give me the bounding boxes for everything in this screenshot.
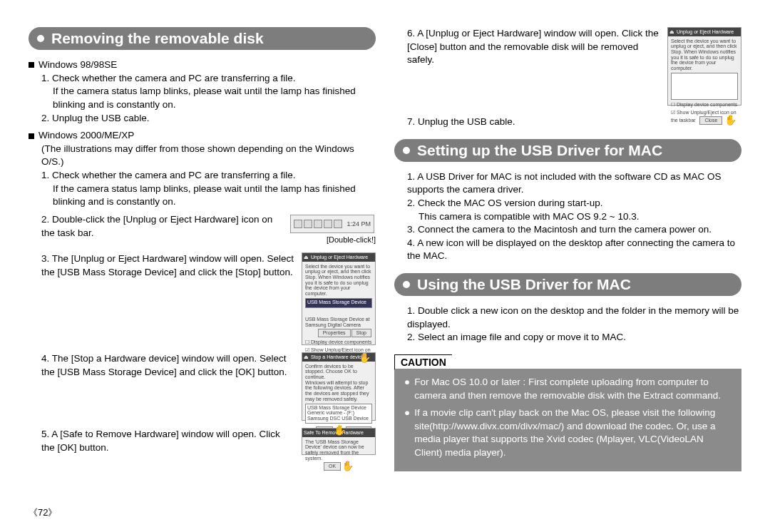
dlg3-desc: Select the device you want to unplug or … [305, 264, 372, 297]
win2000-label: Windows 2000/ME/XP [38, 130, 134, 140]
taskbar-time: 1:24 PM [346, 220, 371, 228]
bullet-icon [403, 281, 410, 288]
using-mac-s2: 2. Select an image file and copy or move… [394, 331, 741, 344]
setup-mac-body: 1. A USB Driver for MAC is not included … [394, 170, 741, 263]
setup-mac-s2: 2. Check the MAC OS version during start… [394, 197, 741, 210]
win98-label: Windows 98/98SE [38, 59, 117, 70]
using-mac-s1: 1. Double click a new icon on the deskto… [394, 305, 741, 331]
dlg6-close-button: Close [699, 116, 722, 125]
square-bullet-icon [29, 62, 34, 68]
section-using-mac-title: Using the USB Driver for MAC [417, 276, 631, 293]
dlg3-title: Unplug or Eject Hardware [311, 255, 368, 260]
section-using-mac-header: Using the USB Driver for MAC [394, 273, 741, 296]
win2000-step5: 5. A [Safe to Remove Hardware] window wi… [29, 428, 296, 454]
square-bullet-icon [29, 133, 34, 139]
win2000-step1: 1. Check whether the camera and PC are t… [29, 169, 376, 183]
cursor-icon: ✋ [724, 114, 736, 126]
taskbar-caption: [Double-click!] [290, 235, 376, 245]
dlg6-title: Unplug or Eject Hardware [677, 29, 734, 35]
dlg6-chk1: Display device components [677, 102, 737, 107]
cursor-icon: ✋ [359, 352, 371, 363]
caution-box: ●For Mac OS 10.0 or later : First comple… [394, 369, 741, 471]
bullet-icon: ● [404, 406, 410, 460]
setup-mac-s3: 3. Connect the camera to the Macintosh a… [394, 223, 741, 237]
dlg5-desc: The 'USB Mass Storage Device' device can… [305, 439, 372, 461]
dlg5-ok-button: OK [324, 462, 341, 471]
section-setup-mac-title: Setting up the USB Driver for MAC [417, 142, 662, 159]
plug-icon: ⏏ [304, 255, 309, 260]
section-removing-title: Removing the removable disk [51, 30, 264, 47]
using-mac-body: 1. Double click a new icon on the deskto… [394, 305, 741, 344]
dlg3-stop-button: Stop [351, 329, 371, 337]
win98-step1: 1. Check whether the camera and PC are t… [29, 72, 376, 86]
setup-mac-s1: 1. A USB Driver for MAC is not included … [394, 170, 741, 197]
dlg3-sub: USB Mass Storage Device at Samsung Digit… [305, 317, 372, 327]
win98-step2: 2. Unplug the USB cable. [29, 112, 376, 126]
plug-icon: ⏏ [304, 354, 309, 360]
win2000-note: (The illustrations may differ from those… [29, 143, 376, 169]
setup-mac-s2b: This camera is compatible with MAC OS 9.… [394, 210, 741, 224]
figure-unplug-dialog: ⏏Unplug or Eject Hardware Select the dev… [302, 252, 376, 345]
dlg4-desc2: Windows will attempt to stop the followi… [305, 380, 372, 402]
dlg4-title: Stop a Hardware device [311, 354, 364, 360]
bullet-icon [37, 35, 44, 42]
win2000-step1-sub: If the camera status lamp blinks, please… [29, 183, 376, 209]
dlg4-desc: Confirm devices to be stopped. Choose OK… [305, 364, 372, 380]
section-setup-mac-header: Setting up the USB Driver for MAC [394, 139, 741, 162]
dlg4-i1: USB Mass Storage Device [307, 405, 370, 411]
dlg3-properties-button: Properties [318, 329, 351, 337]
setup-mac-s4: 4. A new icon will be displayed on the d… [394, 237, 741, 263]
dlg3-item: USB Mass Storage Device [305, 298, 372, 308]
win2000-step2: 2. Double-click the [Unplug or Eject Har… [29, 213, 284, 240]
win2000-step3: 3. The [Unplug or Eject Hardware] window… [29, 252, 296, 279]
removing-body: Windows 98/98SE 1. Check whether the cam… [29, 58, 376, 455]
section-removing-header: Removing the removable disk [29, 27, 376, 50]
win98-step1-sub: If the camera status lamp blinks, please… [29, 85, 376, 111]
caution-label: CAUTION [394, 354, 452, 369]
dlg6-desc: Select the device you want to unplug or … [671, 39, 738, 71]
plug-icon: ⏏ [669, 29, 674, 35]
dlg4-i3: Samsung DSC USB Device [307, 416, 370, 421]
figure-unplug-dialog-2: ⏏Unplug or Eject Hardware Select the dev… [667, 27, 741, 106]
cursor-icon: ✋ [334, 424, 346, 436]
win2000-step4: 4. The [Stop a Hardware device] window w… [29, 352, 296, 379]
caution-b1: For Mac OS 10.0 or later : First complet… [414, 376, 732, 402]
page-number: 《72》 [29, 506, 57, 519]
right-top-body: 6. A [Unplug or Eject Hardware] window w… [394, 27, 741, 129]
caution-b2: If a movie clip can't play back on the M… [414, 406, 732, 460]
dlg3-chk1: Display device components [311, 339, 371, 344]
figure-taskbar: 1:24 PM [290, 215, 374, 233]
cursor-icon: ✋ [342, 460, 354, 471]
dlg4-i2: Generic volume - (F:) [307, 410, 370, 416]
bullet-icon [403, 147, 410, 154]
win2000-step6: 6. A [Unplug or Eject Hardware] window w… [394, 27, 662, 67]
bullet-icon: ● [404, 376, 410, 402]
